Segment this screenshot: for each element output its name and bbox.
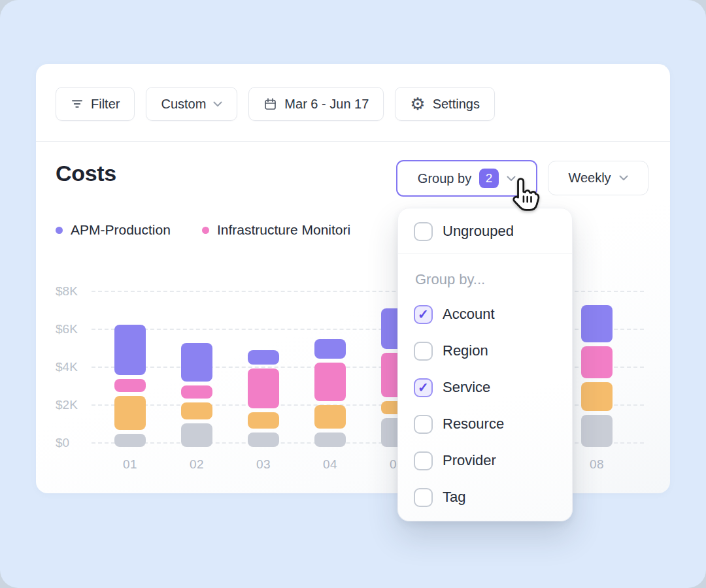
menu-options: ✓AccountRegion✓ServiceResourceProviderTa… (398, 296, 572, 515)
bar-segment-pink[interactable] (181, 385, 212, 399)
bar-segment-orange[interactable] (181, 402, 212, 419)
custom-dropdown[interactable]: Custom (146, 87, 237, 121)
calendar-icon (263, 97, 277, 111)
chevron-down-icon (619, 175, 628, 181)
checkbox-unchecked[interactable] (414, 451, 433, 470)
date-range-label: Mar 6 - Jun 17 (284, 97, 369, 112)
menu-item-label: Provider (443, 452, 496, 469)
chart-legend: APM-ProductionInfrastructure Monitori (56, 222, 350, 238)
menu-item-service[interactable]: ✓Service (398, 369, 572, 406)
legend-item[interactable]: APM-Production (56, 222, 171, 238)
settings-button-label: Settings (433, 97, 480, 112)
menu-item-label: Ungrouped (443, 223, 514, 240)
gear-icon: ⚙ (410, 95, 425, 112)
menu-section-label: Group by... (415, 271, 572, 288)
filter-icon (71, 97, 84, 110)
menu-item-label: Region (443, 342, 488, 359)
interval-dropdown[interactable]: Weekly (548, 161, 648, 195)
bar-segment-orange[interactable] (314, 405, 346, 429)
filter-button[interactable]: Filter (56, 87, 135, 121)
bar-segment-pink[interactable] (248, 368, 279, 408)
menu-item-resource[interactable]: Resource (398, 406, 572, 442)
menu-item-label: Service (443, 379, 490, 396)
hand-pointer-cursor (505, 176, 541, 213)
checkbox-unchecked[interactable] (414, 415, 433, 434)
checkbox-checked[interactable]: ✓ (414, 378, 433, 397)
menu-item-label: Tag (443, 489, 465, 506)
bar-segment-pink[interactable] (581, 346, 613, 378)
bar-segment-purple[interactable] (114, 325, 146, 375)
menu-item-region[interactable]: Region (398, 333, 572, 369)
ungrouped-checkbox[interactable] (414, 222, 433, 241)
interval-dropdown-label: Weekly (568, 171, 611, 186)
bar-segment-purple[interactable] (314, 339, 346, 359)
bar-segment-pink[interactable] (114, 379, 146, 392)
menu-item-label: Account (443, 306, 495, 323)
group-by-menu: Ungrouped Group by... ✓AccountRegion✓Ser… (397, 208, 573, 521)
custom-dropdown-label: Custom (161, 97, 206, 112)
bar-segment-purple[interactable] (581, 305, 613, 342)
bar-segment-gray[interactable] (314, 433, 346, 447)
bar-segment-gray[interactable] (581, 415, 613, 447)
toolbar: Filter Custom Mar 6 - Jun 17 ⚙ Settings (56, 87, 495, 121)
legend-dot (56, 227, 63, 234)
date-range-button[interactable]: Mar 6 - Jun 17 (248, 87, 384, 121)
app-background: Filter Custom Mar 6 - Jun 17 ⚙ Settings (0, 0, 706, 588)
stacked-bar-08[interactable] (581, 305, 613, 447)
menu-item-account[interactable]: ✓Account (398, 296, 572, 333)
menu-item-label: Resource (443, 416, 504, 433)
menu-item-ungrouped[interactable]: Ungrouped (414, 221, 572, 241)
group-by-count-badge: 2 (479, 169, 499, 188)
stacked-bar-01[interactable] (114, 325, 146, 447)
stacked-bar-03[interactable] (248, 350, 279, 447)
page-title: Costs (56, 161, 116, 186)
legend-dot (202, 227, 209, 234)
bar-segment-purple[interactable] (248, 350, 279, 365)
filter-button-label: Filter (91, 97, 120, 112)
group-by-button-label: Group by (418, 171, 471, 186)
bar-segment-purple[interactable] (181, 343, 212, 382)
checkbox-unchecked[interactable] (414, 488, 433, 507)
bar-segment-orange[interactable] (248, 412, 279, 429)
menu-divider (398, 253, 572, 254)
chevron-down-icon (213, 101, 222, 107)
toolbar-divider (36, 141, 670, 142)
bar-segment-orange[interactable] (114, 396, 146, 430)
checkbox-checked[interactable]: ✓ (414, 305, 433, 324)
checkbox-unchecked[interactable] (414, 342, 433, 361)
bar-segment-pink[interactable] (314, 363, 346, 401)
settings-button[interactable]: ⚙ Settings (395, 87, 495, 121)
bar-segment-gray[interactable] (114, 434, 146, 447)
legend-label: Infrastructure Monitori (217, 222, 350, 238)
bar-segment-gray[interactable] (181, 423, 212, 447)
menu-item-provider[interactable]: Provider (398, 442, 572, 479)
stacked-bar-04[interactable] (314, 339, 346, 447)
legend-label: APM-Production (71, 222, 171, 238)
stacked-bar-02[interactable] (181, 343, 212, 447)
legend-item[interactable]: Infrastructure Monitori (202, 222, 350, 238)
bar-segment-gray[interactable] (248, 433, 279, 447)
bar-segment-orange[interactable] (581, 382, 613, 411)
menu-item-tag[interactable]: Tag (398, 479, 572, 515)
